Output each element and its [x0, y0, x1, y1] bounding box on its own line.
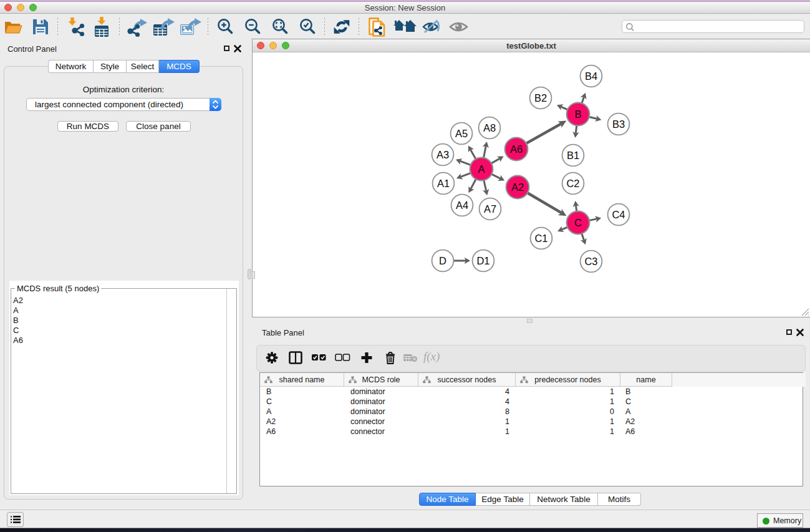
- svg-text:B2: B2: [534, 92, 547, 104]
- svg-text:C2: C2: [566, 178, 579, 189]
- svg-text:B3: B3: [612, 118, 625, 130]
- svg-text:A4: A4: [456, 200, 468, 211]
- svg-text:C: C: [574, 217, 582, 228]
- svg-text:C1: C1: [534, 233, 547, 244]
- svg-text:C3: C3: [584, 256, 597, 267]
- svg-text:A: A: [478, 163, 485, 175]
- svg-text:A5: A5: [455, 128, 468, 139]
- svg-text:A2: A2: [511, 181, 524, 193]
- svg-text:B: B: [574, 109, 581, 120]
- svg-text:A3: A3: [436, 149, 449, 160]
- svg-text:B4: B4: [585, 70, 597, 82]
- svg-text:D: D: [439, 255, 446, 266]
- svg-text:B1: B1: [567, 150, 579, 161]
- svg-text:C4: C4: [612, 209, 625, 220]
- svg-text:A8: A8: [483, 122, 496, 133]
- svg-text:A7: A7: [484, 203, 496, 215]
- svg-text:D1: D1: [476, 255, 489, 266]
- svg-text:A6: A6: [510, 143, 523, 155]
- svg-text:A1: A1: [437, 178, 450, 189]
